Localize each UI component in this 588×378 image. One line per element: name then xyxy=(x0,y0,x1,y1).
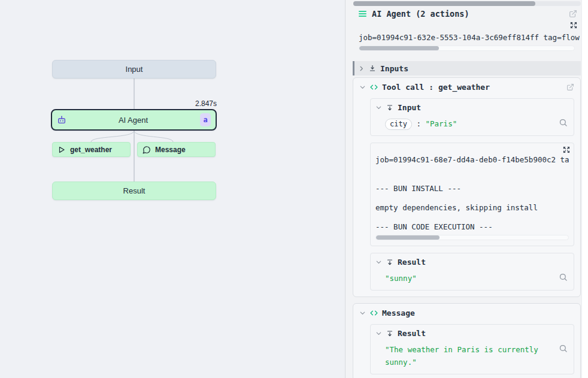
run-details-panel: AI Agent (2 actions) job=01994c91-632e-5… xyxy=(345,0,588,378)
arg-key-pill: city xyxy=(385,119,412,130)
node-result-label: Result xyxy=(53,186,216,195)
colon: : xyxy=(416,119,421,128)
chevron-down-icon[interactable] xyxy=(375,259,382,265)
tool-call-section: Tool call : get_weather Input city : xyxy=(353,77,581,297)
tool-result-row: "sunny" xyxy=(385,272,569,285)
message-result-row: "The weather in Paris is currently sunny… xyxy=(385,343,569,368)
tool-input-arg-row: city : "Paris" xyxy=(385,117,569,130)
tool-call-title: Tool call : get_weather xyxy=(382,83,562,92)
message-section: Message Result "The weather in Paris is … xyxy=(353,303,581,378)
tool-progress-bar xyxy=(375,235,569,240)
node-get-weather[interactable]: get_weather xyxy=(52,142,131,157)
code-icon xyxy=(370,83,378,91)
message-section-title: Message xyxy=(382,309,574,317)
chevron-right-icon xyxy=(358,65,365,72)
chevron-down-icon[interactable] xyxy=(375,104,382,111)
node-agent-label: AI Agent xyxy=(66,116,200,125)
code-icon xyxy=(370,309,378,317)
tool-input-subsection: Input city : "Paris" xyxy=(370,98,574,136)
arrow-down-from-line-icon xyxy=(386,259,393,266)
message-result-subsection: Result "The weather in Paris is currentl… xyxy=(370,324,574,374)
chevron-down-icon[interactable] xyxy=(359,310,366,316)
node-input-label: Input xyxy=(53,65,216,74)
tool-call-external-link-icon[interactable] xyxy=(566,83,574,91)
scrollbar-thumb[interactable] xyxy=(353,1,535,6)
agent-duration: 2.847s xyxy=(51,99,217,108)
node-input[interactable]: Input xyxy=(52,60,216,78)
message-result-value: "The weather in Paris is currently sunny… xyxy=(385,345,538,367)
tool-result-subsection: Result "sunny" xyxy=(370,253,574,291)
job-id-line: job=01994c91-632e-5553-104a-3c69eff814ff… xyxy=(353,33,581,42)
menu-icon xyxy=(359,11,366,17)
agent-badge[interactable]: a xyxy=(200,113,211,126)
expand-logs-icon[interactable] xyxy=(570,22,577,29)
chevron-down-icon[interactable] xyxy=(359,84,366,90)
tool-result-label: Result xyxy=(398,258,426,267)
play-icon xyxy=(57,146,66,154)
search-icon[interactable] xyxy=(559,344,568,353)
arrow-down-from-line-icon xyxy=(386,330,393,337)
node-message[interactable]: Message xyxy=(137,142,216,157)
node-message-label: Message xyxy=(155,146,186,154)
message-result-label: Result xyxy=(398,329,426,338)
tool-result-value: "sunny" xyxy=(385,274,417,283)
inputs-section-label: Inputs xyxy=(380,64,408,73)
panel-title: AI Agent (2 actions) xyxy=(372,9,563,19)
search-icon[interactable] xyxy=(559,118,568,127)
arrow-down-to-line-icon xyxy=(369,65,376,72)
search-icon[interactable] xyxy=(559,273,568,282)
panel-vertical-scrollbar[interactable] xyxy=(581,0,588,378)
bot-icon xyxy=(57,115,66,125)
node-tool-label: get_weather xyxy=(70,146,112,154)
tool-log-subsection: job=01994c91-68e7-dd4a-deb0-f14be5b900c2… xyxy=(370,143,574,246)
node-result[interactable]: Result xyxy=(52,182,216,200)
panel-horizontal-scrollbar[interactable] xyxy=(353,1,581,6)
expand-logs-icon[interactable] xyxy=(563,146,570,153)
arg-value: "Paris" xyxy=(426,119,457,128)
chevron-down-icon[interactable] xyxy=(375,330,382,337)
node-ai-agent[interactable]: AI Agent a xyxy=(51,109,217,131)
arrow-down-from-line-icon xyxy=(386,104,393,111)
tool-input-label: Input xyxy=(398,103,421,112)
flow-canvas[interactable]: Input 2.847s AI Agent a get_weather Mess… xyxy=(0,0,345,378)
run-progress-bar xyxy=(359,46,575,51)
open-run-external-link-icon[interactable] xyxy=(569,10,577,18)
inputs-section-toggle[interactable]: Inputs xyxy=(353,61,581,75)
tool-log-output: job=01994c91-68e7-dd4a-deb0-f14be5b900c2… xyxy=(375,155,569,232)
panel-header: AI Agent (2 actions) xyxy=(353,9,581,19)
message-bubble-icon xyxy=(143,146,151,154)
